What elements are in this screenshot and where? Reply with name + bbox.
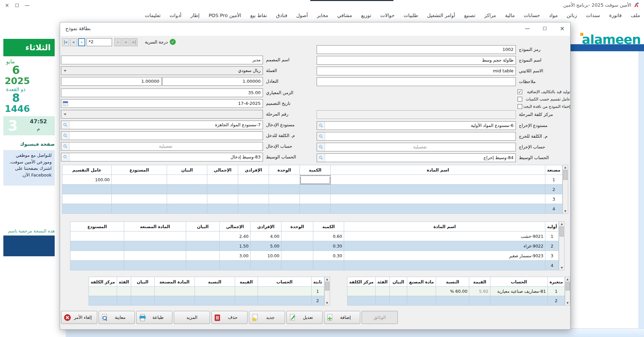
- menu-pos-pro[interactable]: الأمين POS Pro: [209, 13, 241, 18]
- add-button[interactable]: إضافة: [324, 311, 360, 324]
- menu-hotels[interactable]: فنادق: [276, 13, 287, 18]
- grid-cell[interactable]: [281, 231, 313, 241]
- total-cell[interactable]: 2.40: [220, 231, 251, 241]
- grid-cell[interactable]: [131, 287, 154, 296]
- manufactured-table-scrollbar[interactable]: ▲▼: [562, 165, 568, 214]
- grid-cell[interactable]: [235, 296, 258, 306]
- menu-manufacturing[interactable]: تصنيع: [464, 13, 475, 18]
- grid-cell[interactable]: [347, 296, 376, 306]
- grid-cell[interactable]: [124, 251, 186, 261]
- nav-first-button[interactable]: |«: [62, 38, 69, 46]
- grid-cell[interactable]: [375, 287, 389, 296]
- cancel-button[interactable]: إلغاء الأمر: [61, 311, 97, 324]
- grid-cell[interactable]: [235, 287, 258, 296]
- model-name-input[interactable]: طاولة حجم وسط: [317, 56, 516, 65]
- grid-cell[interactable]: [238, 175, 269, 185]
- grid-cell[interactable]: [331, 185, 545, 194]
- parity-input-secondary[interactable]: 1.00000: [61, 77, 162, 86]
- grid-cell[interactable]: [131, 296, 154, 306]
- more-button[interactable]: المزيد: [174, 311, 210, 324]
- grid-cell[interactable]: [124, 241, 186, 251]
- intermediate-in-account-input[interactable]: 83-وسيط إدخال: [61, 153, 263, 161]
- menu-labs[interactable]: مخابر: [317, 13, 328, 18]
- output-warehouse-input[interactable]: 6-مستودع المواد الأولية: [317, 121, 516, 130]
- notes-input[interactable]: [317, 77, 516, 86]
- print-button[interactable]: طباعة: [136, 311, 172, 324]
- grid-cell[interactable]: [117, 287, 131, 296]
- output-account-input[interactable]: تفصيلية: [317, 143, 516, 151]
- menu-accounts[interactable]: حسابات: [524, 13, 540, 18]
- parity-input[interactable]: 1.00000: [162, 77, 263, 86]
- security-level[interactable]: درجة السرية ✓: [145, 39, 176, 45]
- grid-cell[interactable]: [195, 287, 235, 296]
- grid-cell[interactable]: [112, 204, 167, 214]
- grid-cell[interactable]: [258, 287, 311, 296]
- designer-input[interactable]: مدير: [61, 56, 263, 64]
- menu-customers[interactable]: زبائن: [567, 13, 577, 18]
- material-name-cell[interactable]: 9021-خشب: [344, 231, 545, 241]
- grid-cell[interactable]: [167, 194, 207, 204]
- menu-invoice[interactable]: فاتورة: [609, 13, 622, 18]
- nav-fast-prev-button[interactable]: «: [70, 38, 77, 46]
- grid-cell[interactable]: [112, 185, 167, 194]
- menu-work-orders[interactable]: أوامر التشغيل: [427, 13, 455, 18]
- qty-cell[interactable]: 0.60: [313, 231, 344, 241]
- menu-hospitals[interactable]: مشافي: [337, 13, 352, 18]
- grid-cell[interactable]: [167, 175, 207, 185]
- grid-cell[interactable]: [300, 185, 331, 194]
- grid-cell[interactable]: [407, 296, 436, 306]
- grid-cell[interactable]: [62, 204, 112, 214]
- search-icon[interactable]: [317, 132, 325, 140]
- total-cell[interactable]: 1.50: [220, 241, 251, 251]
- grid-cell[interactable]: [62, 185, 112, 194]
- grid-cell[interactable]: [331, 204, 545, 214]
- grid-cell[interactable]: [258, 296, 311, 306]
- main-minimize-icon[interactable]: —: [23, 2, 31, 8]
- unit-price-cell[interactable]: 10.00: [251, 251, 281, 261]
- grid-cell[interactable]: [490, 296, 547, 306]
- grid-cell[interactable]: [117, 296, 131, 306]
- menu-transfers[interactable]: حوالات: [380, 13, 394, 18]
- menu-pos[interactable]: نقاط بيع: [250, 13, 267, 18]
- input-warehouse-input[interactable]: 7-مستودع المواد الجاهزة: [61, 121, 263, 129]
- design-date-input[interactable]: 17-4-2025: [61, 99, 263, 108]
- unit-price-cell[interactable]: 4.00: [251, 231, 281, 241]
- grid-cell[interactable]: [238, 185, 269, 194]
- menu-file[interactable]: ملف: [631, 13, 640, 18]
- grid-cell[interactable]: [195, 296, 235, 306]
- menu-help[interactable]: تعليمات: [145, 13, 161, 18]
- grid-cell[interactable]: [62, 194, 112, 204]
- preview-button[interactable]: معاينة: [99, 311, 135, 324]
- grid-cell[interactable]: [70, 251, 124, 261]
- input-cost-center-input[interactable]: [61, 131, 263, 140]
- grid-cell[interactable]: [331, 194, 545, 204]
- qty-cell[interactable]: 0.30: [313, 241, 344, 251]
- menu-orders[interactable]: طلبيات: [404, 13, 418, 18]
- grid-cell[interactable]: [269, 175, 300, 185]
- grid-cell[interactable]: [89, 296, 117, 306]
- grid-cell[interactable]: [124, 231, 186, 241]
- menu-vouchers[interactable]: سندات: [586, 13, 600, 18]
- grid-cell[interactable]: [344, 261, 545, 270]
- total-cell[interactable]: 3.00: [220, 251, 251, 261]
- grid-cell[interactable]: [269, 204, 300, 214]
- checkbox-additional-costs[interactable]: ✓ توليد قيد بالتكاليف الإضافية: [518, 89, 570, 95]
- search-icon[interactable]: [61, 153, 69, 161]
- grid-cell[interactable]: [207, 194, 238, 204]
- grid-cell[interactable]: [436, 296, 469, 306]
- grid-cell[interactable]: [124, 261, 186, 270]
- search-icon[interactable]: [317, 154, 325, 162]
- grid-cell[interactable]: [389, 287, 407, 296]
- menu-frame[interactable]: إطار: [191, 13, 200, 18]
- search-icon[interactable]: [61, 132, 69, 140]
- edit-button[interactable]: تعديل: [286, 311, 323, 324]
- grid-cell[interactable]: [112, 175, 167, 185]
- menu-tools[interactable]: أدوات: [170, 13, 181, 18]
- grid-cell[interactable]: [186, 261, 220, 270]
- menu-distribution[interactable]: توزيع: [361, 13, 371, 18]
- divide-factor-cell[interactable]: 100.00: [62, 175, 112, 185]
- grid-cell[interactable]: [207, 185, 238, 194]
- dialog-titlebar[interactable]: بطاقة نموذج — ×: [60, 22, 570, 36]
- grid-cell[interactable]: [89, 287, 117, 296]
- grid-cell[interactable]: [300, 204, 331, 214]
